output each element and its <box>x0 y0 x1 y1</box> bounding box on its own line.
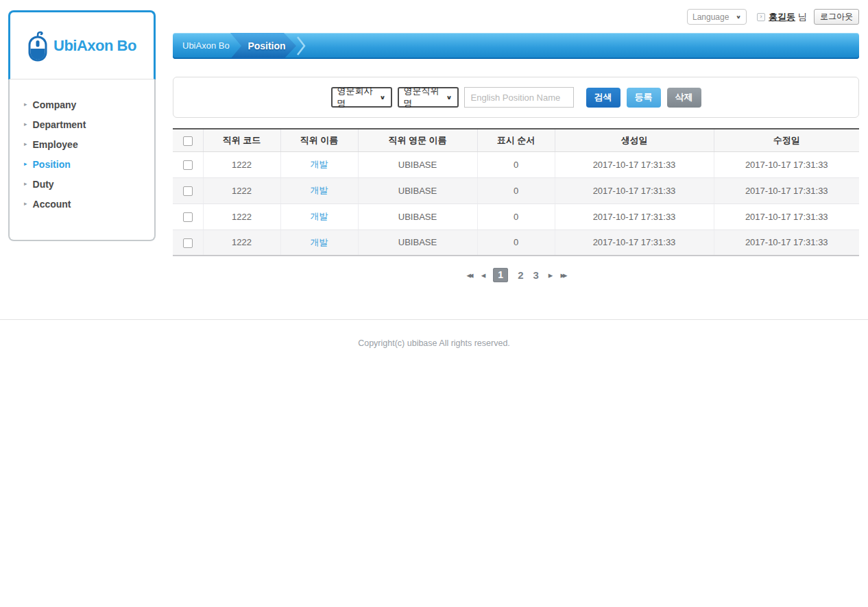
position-name-cell: 개발 <box>280 230 358 256</box>
row-checkbox[interactable] <box>183 212 193 222</box>
last-page-icon[interactable]: ▸▸ <box>560 271 565 280</box>
position-code-cell: 1222 <box>203 230 280 256</box>
created-date-cell: 2017-10-17 17:31:33 <box>555 203 714 230</box>
table-row: 1222 개발 UBIBASE 0 2017-10-17 17:31:33 20… <box>173 230 859 256</box>
modified-date-cell: 2017-10-17 17:31:33 <box>714 203 859 230</box>
chevron-right-icon <box>296 36 306 56</box>
display-order-cell: 0 <box>477 151 555 177</box>
delete-button[interactable]: 삭제 <box>667 88 701 108</box>
sidebar-item-position[interactable]: ▸ Position <box>10 154 154 174</box>
position-name-cell: 개발 <box>280 151 358 177</box>
sidebar-item-label: Department <box>33 119 86 130</box>
position-en-name-cell: UBIBASE <box>358 203 477 230</box>
first-page-icon[interactable]: ◂◂ <box>467 271 472 280</box>
display-order-cell: 0 <box>477 177 555 203</box>
created-date-cell: 2017-10-17 17:31:33 <box>555 230 714 256</box>
column-header: 생성일 <box>555 129 714 151</box>
breadcrumb-root[interactable]: UbiAxon Bo <box>182 33 230 59</box>
column-header: 직위 영문 이름 <box>358 129 477 151</box>
created-date-cell: 2017-10-17 17:31:33 <box>555 151 714 177</box>
checkbox-cell <box>173 203 203 230</box>
english-position-name-input[interactable] <box>464 87 574 108</box>
user-arrow-icon: › <box>757 13 765 21</box>
position-code-cell: 1222 <box>203 177 280 203</box>
language-select[interactable]: Language ∨ <box>687 9 747 25</box>
column-header: 수정일 <box>714 129 859 151</box>
chevron-down-icon: ∨ <box>736 14 741 20</box>
position-name-link[interactable]: 개발 <box>311 211 328 221</box>
mouse-icon <box>27 30 48 62</box>
sidebar-item-label: Duty <box>33 179 54 190</box>
page-number-2[interactable]: 2 <box>518 269 523 281</box>
footer-divider <box>0 319 868 320</box>
checkbox-cell <box>173 177 203 203</box>
register-button[interactable]: 등록 <box>627 88 661 108</box>
prev-page-icon[interactable]: ◂ <box>481 271 484 280</box>
position-name-select[interactable]: 영문직위명 ∨ <box>398 87 459 108</box>
position-name-link[interactable]: 개발 <box>311 185 328 195</box>
display-order-cell: 0 <box>477 203 555 230</box>
search-button[interactable]: 검색 <box>586 88 620 108</box>
user-area: › 홍길동 님 <box>757 11 807 23</box>
user-suffix: 님 <box>798 11 807 23</box>
breadcrumb: UbiAxon Bo Position <box>173 33 859 59</box>
company-name-select[interactable]: 영문회사명 ∨ <box>331 87 392 108</box>
checkbox-cell <box>173 230 203 256</box>
modified-date-cell: 2017-10-17 17:31:33 <box>714 151 859 177</box>
sidebar-item-company[interactable]: ▸ Company <box>10 95 154 114</box>
next-page-icon[interactable]: ▸ <box>548 271 551 280</box>
chevron-down-icon: ∨ <box>446 94 453 101</box>
sidebar-item-label: Company <box>33 99 77 110</box>
search-panel: 영문회사명 ∨ 영문직위명 ∨ 검색 등록 삭제 <box>173 77 859 118</box>
main-content: UbiAxon Bo Position 영문회사명 ∨ 영문직위명 ∨ 검색 등… <box>173 33 859 282</box>
sidebar: UbiAxon Bo ▸ Company ▸ Department ▸ Empl… <box>8 10 156 241</box>
position-name-cell: 개발 <box>280 177 358 203</box>
sidebar-item-label: Employee <box>33 139 78 150</box>
row-checkbox[interactable] <box>183 238 193 248</box>
triangle-icon: ▸ <box>24 201 27 207</box>
triangle-icon: ▸ <box>24 101 27 108</box>
position-en-name-cell: UBIBASE <box>358 230 477 256</box>
page-number-1[interactable]: 1 <box>493 268 508 282</box>
sidebar-item-employee[interactable]: ▸ Employee <box>10 134 154 154</box>
row-checkbox[interactable] <box>183 186 193 196</box>
position-en-name-cell: UBIBASE <box>358 177 477 203</box>
logo: UbiAxon Bo <box>8 10 156 79</box>
sidebar-item-duty[interactable]: ▸ Duty <box>10 174 154 194</box>
row-checkbox[interactable] <box>183 160 193 170</box>
table-row: 1222 개발 UBIBASE 0 2017-10-17 17:31:33 20… <box>173 151 859 177</box>
triangle-icon: ▸ <box>24 161 27 167</box>
logo-text: UbiAxon Bo <box>53 37 136 55</box>
user-name-link[interactable]: 홍길동 <box>769 11 795 23</box>
column-header: 직위 이름 <box>280 129 358 151</box>
column-header: 직위 코드 <box>203 129 280 151</box>
position-en-name-cell: UBIBASE <box>358 151 477 177</box>
position-select-value: 영문직위명 <box>404 85 446 110</box>
table-row: 1222 개발 UBIBASE 0 2017-10-17 17:31:33 20… <box>173 203 859 230</box>
top-header: Language ∨ › 홍길동 님 로그아웃 <box>687 9 859 25</box>
select-all-checkbox[interactable] <box>183 136 193 146</box>
position-table: 직위 코드 직위 이름 직위 영문 이름 표시 순서 생성일 수정일 1222 … <box>173 128 859 256</box>
table-header-row: 직위 코드 직위 이름 직위 영문 이름 표시 순서 생성일 수정일 <box>173 129 859 151</box>
triangle-icon: ▸ <box>24 141 27 147</box>
header-checkbox-cell <box>173 129 203 151</box>
modified-date-cell: 2017-10-17 17:31:33 <box>714 177 859 203</box>
logout-button[interactable]: 로그아웃 <box>814 9 859 25</box>
position-name-link[interactable]: 개발 <box>311 237 328 247</box>
company-select-value: 영문회사명 <box>337 85 380 110</box>
breadcrumb-current[interactable]: Position <box>230 33 296 59</box>
copyright-text: Copyright(c) ubibase All rights reserved… <box>0 338 868 348</box>
language-select-value: Language <box>692 12 729 22</box>
pagination: ◂◂ ◂ 1 2 3 ▸ ▸▸ <box>173 268 859 282</box>
position-name-link[interactable]: 개발 <box>311 159 328 169</box>
position-name-cell: 개발 <box>280 203 358 230</box>
sidebar-item-account[interactable]: ▸ Account <box>10 194 154 214</box>
position-code-cell: 1222 <box>203 151 280 177</box>
sidebar-item-department[interactable]: ▸ Department <box>10 114 154 134</box>
sidebar-item-label: Position <box>33 159 71 170</box>
chevron-down-icon: ∨ <box>380 94 386 101</box>
sidebar-item-label: Account <box>33 199 71 210</box>
triangle-icon: ▸ <box>24 181 27 187</box>
page-number-3[interactable]: 3 <box>533 269 539 281</box>
position-code-cell: 1222 <box>203 203 280 230</box>
